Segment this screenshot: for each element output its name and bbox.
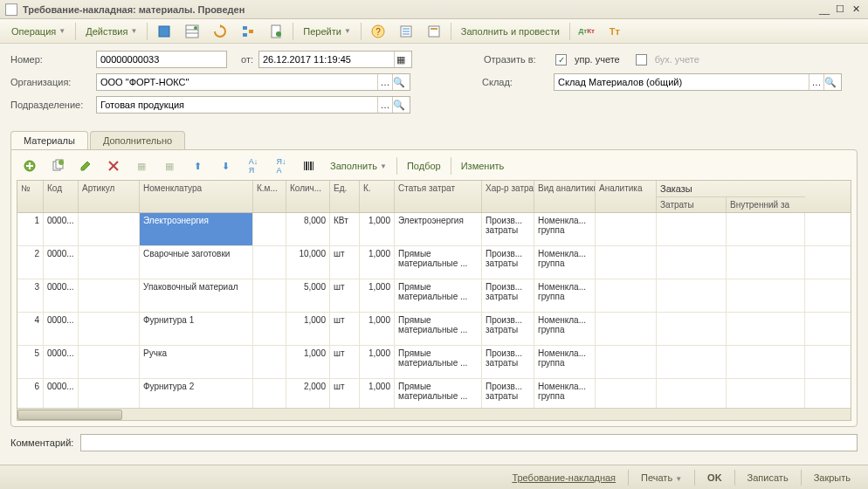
change-button[interactable]: Изменить — [455, 157, 511, 175]
table-icon[interactable] — [179, 21, 205, 42]
col-char[interactable]: Хар-р затрат — [482, 181, 534, 212]
col-orders[interactable]: Заказы Затраты Внутренний за — [657, 181, 805, 212]
delete-icon[interactable] — [100, 155, 127, 176]
cell-empty[interactable] — [657, 346, 727, 378]
save-button[interactable]: Записать — [739, 470, 797, 486]
tab-extra[interactable]: Дополнительно — [90, 131, 185, 149]
reload-icon[interactable] — [207, 21, 233, 42]
cell-art[interactable] — [79, 346, 140, 378]
cell-antype[interactable]: Номенкла... группа — [534, 313, 596, 345]
cell-empty[interactable] — [657, 279, 727, 312]
sort-asc-icon[interactable]: A↓Я — [240, 155, 266, 176]
cell-qty[interactable]: 5,000 — [286, 279, 330, 312]
close-button[interactable]: Закрыть — [805, 470, 859, 486]
search-icon[interactable]: 🔍 — [392, 97, 406, 113]
goto-menu[interactable]: Перейти▼ — [297, 23, 357, 40]
col-antype[interactable]: Вид аналитики — [534, 181, 596, 212]
cell-empty[interactable] — [657, 246, 727, 279]
number-input[interactable] — [96, 51, 227, 68]
cell-char[interactable]: Произв... затраты — [482, 246, 534, 279]
cell-n[interactable]: 6 — [17, 379, 44, 408]
table-row[interactable]: 10000...Электроэнергия8,000КВт1,000Элект… — [17, 213, 851, 246]
fill-menu[interactable]: Заполнить▼ — [324, 157, 393, 175]
cell-n[interactable]: 1 — [17, 213, 44, 245]
actions-menu[interactable]: Действия▼ — [79, 23, 143, 40]
cell-k[interactable]: 1,000 — [360, 246, 395, 279]
cell-km[interactable] — [253, 313, 286, 345]
cell-n[interactable]: 2 — [17, 246, 44, 279]
up-icon[interactable]: ⬆ — [184, 155, 210, 176]
cell-qty[interactable]: 1,000 — [286, 313, 330, 345]
cell-empty[interactable] — [727, 313, 805, 345]
cell-char[interactable]: Произв... затраты — [482, 346, 534, 378]
cell-code[interactable]: 0000... — [44, 246, 79, 279]
sort-desc-icon[interactable]: Я↓A — [268, 155, 294, 176]
org-input[interactable]: …🔍 — [96, 73, 410, 91]
col-n[interactable]: № — [17, 181, 44, 212]
cell-empty[interactable] — [596, 246, 657, 279]
help-icon[interactable]: ? — [365, 21, 391, 42]
cell-n[interactable]: 4 — [17, 313, 44, 345]
table-row[interactable]: 60000...Фурнитура 22,000шт1,000Прямые ма… — [17, 379, 851, 408]
ok-button[interactable]: OK — [699, 470, 731, 486]
cell-empty[interactable] — [657, 213, 727, 245]
print-button[interactable]: Печать ▼ — [632, 470, 691, 486]
cell-antype[interactable]: Номенкла... группа — [534, 279, 596, 312]
calendar-icon[interactable]: ▦ — [394, 52, 408, 67]
mgmt-checkbox[interactable] — [555, 54, 567, 65]
acct-checkbox[interactable] — [636, 54, 647, 65]
cell-qty[interactable]: 1,000 — [286, 346, 330, 378]
cell-empty[interactable] — [596, 313, 657, 345]
cell-char[interactable]: Произв... затраты — [482, 279, 534, 312]
cell-qty[interactable]: 8,000 — [286, 213, 330, 245]
cell-unit[interactable]: шт — [330, 313, 360, 345]
h-scrollbar[interactable] — [17, 408, 851, 420]
fill-and-post-button[interactable]: Заполнить и провести — [455, 23, 566, 40]
table-row[interactable]: 20000...Сварочные заготовки10,000шт1,000… — [17, 246, 851, 279]
col-costs[interactable]: Затраты — [657, 197, 727, 212]
cell-cost[interactable]: Прямые материальные ... — [395, 279, 482, 312]
table-row[interactable]: 30000...Упаковочный материал5,000шт1,000… — [17, 279, 851, 313]
cell-antype[interactable]: Номенкла... группа — [534, 246, 596, 279]
doc-icon[interactable] — [263, 21, 289, 42]
cell-antype[interactable]: Номенкла... группа — [534, 346, 596, 378]
cell-code[interactable]: 0000... — [44, 279, 79, 312]
col-code[interactable]: Код — [44, 181, 79, 212]
cell-k[interactable]: 1,000 — [360, 379, 395, 408]
cell-art[interactable] — [79, 213, 140, 245]
date-input[interactable]: ▦ — [258, 51, 412, 68]
cell-unit[interactable]: шт — [330, 346, 360, 378]
cell-km[interactable] — [253, 379, 286, 408]
cell-unit[interactable]: КВт — [330, 213, 360, 245]
col-km[interactable]: К.м... — [253, 181, 286, 212]
mark-icon[interactable]: ▦ — [128, 155, 155, 176]
cell-code[interactable]: 0000... — [44, 213, 79, 245]
cell-k[interactable]: 1,000 — [360, 313, 395, 345]
col-nom[interactable]: Номенклатура — [140, 181, 253, 212]
cell-unit[interactable]: шт — [330, 246, 360, 279]
grid-body[interactable]: 10000...Электроэнергия8,000КВт1,000Элект… — [17, 213, 851, 408]
col-cost[interactable]: Статья затрат — [395, 181, 482, 212]
cell-empty[interactable] — [596, 279, 657, 312]
cell-antype[interactable]: Номенкла... группа — [534, 213, 596, 245]
cell-empty[interactable] — [727, 246, 805, 279]
cell-empty[interactable] — [657, 313, 727, 345]
select-button[interactable]: Подбор — [401, 157, 447, 175]
cell-code[interactable]: 0000... — [44, 313, 79, 345]
cell-cost[interactable]: Электроэнергия — [395, 213, 482, 245]
dept-input[interactable]: …🔍 — [96, 96, 410, 114]
form-icon[interactable] — [421, 21, 447, 42]
cell-nom[interactable]: Электроэнергия — [140, 213, 253, 245]
barcode-icon[interactable] — [296, 155, 322, 176]
ellipsis-icon[interactable]: … — [377, 74, 391, 90]
cell-qty[interactable]: 2,000 — [286, 379, 330, 408]
cell-nom[interactable]: Фурнитура 1 — [140, 313, 253, 345]
minimize-button[interactable]: __ — [817, 3, 831, 16]
cell-km[interactable] — [253, 279, 286, 312]
col-inner[interactable]: Внутренний за — [727, 197, 805, 212]
cell-art[interactable] — [79, 313, 140, 345]
cell-empty[interactable] — [596, 213, 657, 245]
cell-cost[interactable]: Прямые материальные ... — [395, 346, 482, 378]
operation-menu[interactable]: Операция▼ — [5, 23, 72, 40]
cell-art[interactable] — [79, 379, 140, 408]
